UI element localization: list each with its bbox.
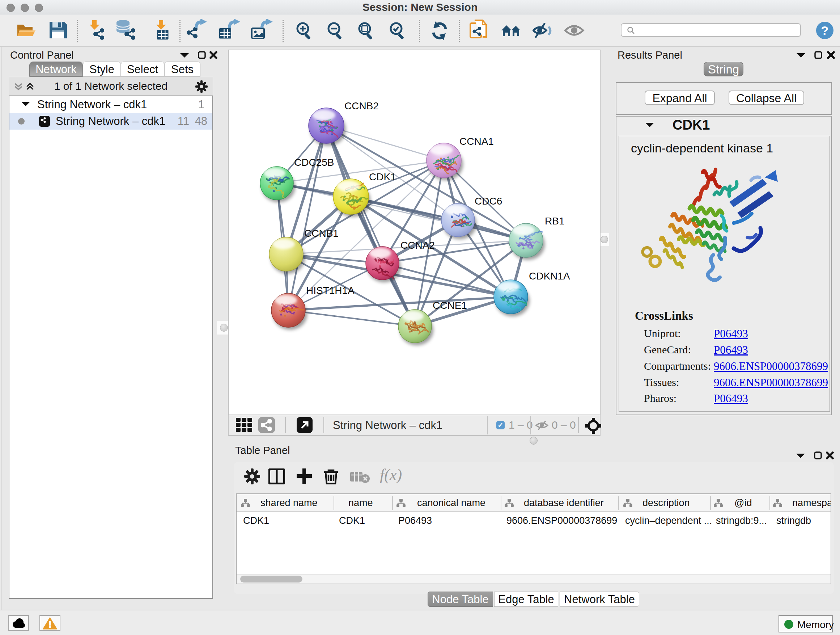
svg-text:CDC25B: CDC25B: [294, 157, 334, 168]
svg-text:HIST1H1A: HIST1H1A: [306, 285, 355, 296]
svg-text:RB1: RB1: [545, 215, 564, 226]
svg-text:CDC6: CDC6: [475, 195, 502, 207]
svg-text:CCNA1: CCNA1: [459, 136, 494, 147]
svg-text:CDKN1A: CDKN1A: [529, 271, 570, 282]
svg-text:CCNA2: CCNA2: [401, 240, 435, 251]
svg-text:CCNE1: CCNE1: [433, 300, 467, 311]
svg-text:CDK1: CDK1: [369, 171, 396, 182]
svg-text:CCNB1: CCNB1: [304, 228, 339, 239]
svg-text:CCNB2: CCNB2: [344, 100, 379, 111]
